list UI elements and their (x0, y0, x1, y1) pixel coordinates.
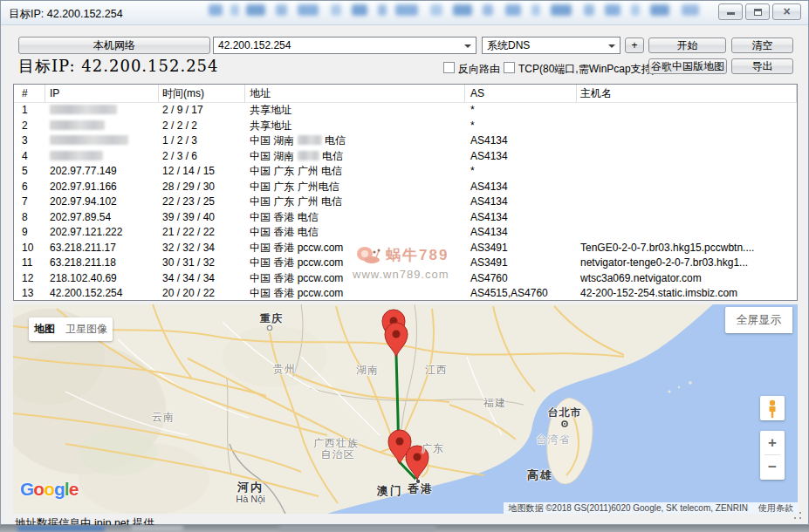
map-label: 澳门 (377, 483, 403, 499)
resize-grip[interactable] (793, 511, 802, 520)
pegman-icon (760, 396, 785, 420)
map-label: 广东 (422, 441, 444, 456)
google-logo[interactable]: Google (20, 479, 78, 500)
map-label: 香港 (408, 481, 434, 497)
zoom-in-button[interactable]: + (760, 431, 785, 454)
tcp-label: TCP(80端口,需WinPcap支持) (518, 62, 655, 77)
google-china-map-button[interactable]: 谷歌中国版地图 (648, 58, 727, 74)
export-button[interactable]: 导出 (731, 58, 793, 74)
target-ip-value: 42.200.152.254 (218, 39, 291, 51)
table-row[interactable]: 12218.102.40.6934 / 34 / 34中国 香港 pccw.co… (14, 271, 797, 287)
pegman-button[interactable] (760, 396, 785, 420)
table-body: 12 / 9 / 17共享地址*22 / 2 / 2共享地址*31 / 2 / … (14, 103, 797, 301)
map-canvas[interactable]: 重庆贵州湖南江西福建云南广西壮族自治区广东台北市台湾省高雄河内Hà Nội澳门香… (13, 304, 798, 514)
table-row[interactable]: 1342.200.152.25420 / 20 / 22中国 香港 pccw.c… (14, 286, 797, 301)
col-header-host[interactable]: 主机名 (577, 85, 797, 102)
maximize-icon (754, 9, 762, 16)
start-button[interactable]: 开始 (648, 38, 726, 53)
add-button[interactable]: + (625, 38, 644, 53)
table-row[interactable]: 6202.97.91.16628 / 29 / 30中国 广东 广州电信AS41… (14, 180, 797, 195)
maximize-button[interactable] (745, 3, 770, 20)
map-drawing (13, 304, 798, 514)
dns-combobox[interactable]: 系统DNS (482, 37, 620, 54)
map-label: 台北市 (548, 406, 582, 420)
table-row[interactable]: 1163.218.211.1830 / 31 / 32中国 香港 pccw.co… (14, 256, 797, 271)
col-header-num[interactable]: # (14, 85, 45, 102)
map-label: 湖南 (356, 363, 379, 378)
map-type-map-button[interactable]: 地图 (34, 322, 55, 337)
table-row[interactable]: 7202.97.94.10222 / 23 / 25中国 广东 广州 电信AS4… (14, 194, 797, 210)
close-icon: × (773, 4, 800, 19)
target-ip-combobox[interactable]: 42.200.152.254 (213, 37, 476, 54)
chevron-down-icon[interactable] (464, 44, 471, 48)
map-label: 福建 (483, 396, 506, 411)
map-label: 自治区 (321, 447, 355, 462)
table-row[interactable]: 31 / 2 / 3中国 湖南 电信AS4134 (14, 133, 797, 149)
trace-table: # IP 时间(ms) 地址 AS 主机名 12 / 9 / 17共享地址*22… (13, 84, 798, 301)
col-header-addr[interactable]: 地址 (245, 85, 465, 102)
col-header-ip[interactable]: IP (45, 85, 159, 102)
terms-link[interactable]: 使用条款 (758, 502, 793, 515)
app-window: 目标IP: 42.200.152.254 × 本机网络 42.200.152.2… (0, 0, 809, 525)
table-header: # IP 时间(ms) 地址 AS 主机名 (14, 85, 797, 103)
titlebar[interactable]: 目标IP: 42.200.152.254 × (1, 1, 808, 25)
map-label: 重庆 (260, 311, 283, 326)
close-button[interactable]: × (772, 3, 801, 20)
attribution-text: 地图数据 ©2018 GS(2011)6020 Google, SK telec… (508, 502, 748, 515)
tcp-checkbox[interactable] (504, 62, 515, 73)
taskbar-strip (0, 525, 809, 532)
map-label: 高雄 (527, 467, 553, 483)
map-label: Hà Nội (236, 494, 265, 504)
map-label: 贵州 (273, 362, 296, 377)
table-row[interactable]: 22 / 2 / 2共享地址* (14, 119, 797, 134)
col-header-time[interactable]: 时间(ms) (159, 85, 245, 102)
dns-value: 系统DNS (487, 39, 530, 51)
table-row[interactable]: 12 / 9 / 17共享地址* (14, 103, 797, 119)
table-row[interactable]: 9202.97.121.22221 / 22 / 22中国 香港 电信AS413… (14, 225, 797, 241)
table-row[interactable]: 8202.97.89.5439 / 39 / 40中国 香港 电信AS4134 (14, 210, 797, 226)
minimize-button[interactable] (718, 3, 743, 20)
chevron-down-icon[interactable] (608, 44, 615, 48)
target-ip-big-label: 目标IP: 42.200.152.254 (18, 56, 219, 77)
fullscreen-button[interactable]: 全屏显示 (725, 307, 792, 333)
map-label: 台湾省 (537, 433, 571, 447)
table-row[interactable]: 1063.218.211.1732 / 32 / 34中国 香港 pccw.co… (14, 241, 797, 256)
table-row[interactable]: 42 / 3 / 6中国 湖南 电信AS4134 (14, 149, 797, 165)
clear-button[interactable]: 清空 (731, 38, 793, 53)
map-type-control: 地图 卫星图像 (29, 317, 113, 341)
map-attribution: 地图数据 ©2018 GS(2011)6020 Google, SK telec… (504, 502, 798, 514)
reverse-route-label: 反向路由 (458, 62, 500, 77)
table-row[interactable]: 5202.97.77.14912 / 14 / 15中国 广东 广州 电信* (14, 164, 797, 180)
map-label: 江西 (425, 363, 448, 378)
map-label: 云南 (152, 410, 175, 425)
zoom-control: + − (760, 431, 785, 480)
col-header-as[interactable]: AS (465, 85, 577, 102)
reverse-route-checkbox[interactable] (443, 62, 455, 73)
map-type-satellite-button[interactable]: 卫星图像 (65, 322, 107, 337)
local-network-button[interactable]: 本机网络 (18, 37, 210, 54)
zoom-out-button[interactable]: − (760, 455, 785, 479)
minimize-icon (727, 12, 735, 15)
window-title: 目标IP: 42.200.152.254 (9, 7, 123, 22)
